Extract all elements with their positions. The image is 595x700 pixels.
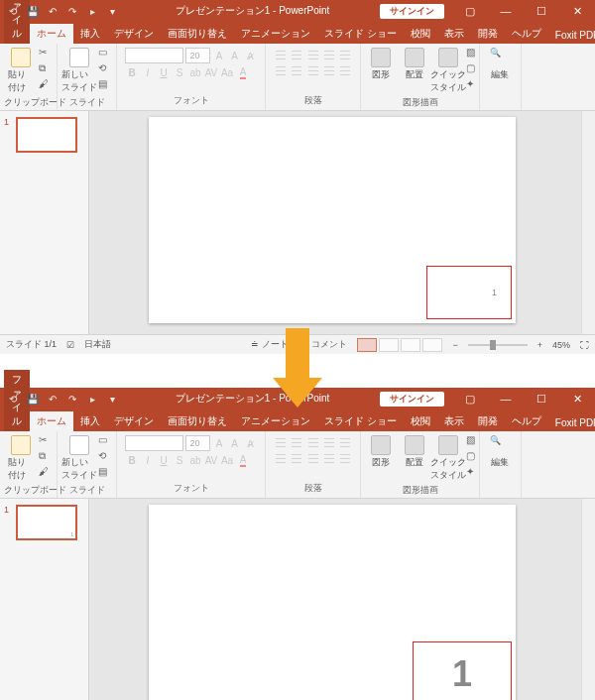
underline-button[interactable]: U — [157, 65, 171, 79]
linespace-icon[interactable] — [338, 48, 352, 61]
tab-home[interactable]: ホーム — [30, 24, 73, 44]
shadow-button[interactable]: ab — [188, 453, 202, 467]
autosave-icon[interactable]: ⟲ — [6, 4, 20, 18]
layout-icon[interactable]: ▭ — [98, 434, 112, 448]
justify-icon[interactable] — [322, 451, 336, 465]
font-family-input[interactable] — [125, 48, 183, 63]
thumbnail-pane[interactable]: 1 — [0, 111, 89, 334]
grow-font-icon[interactable]: A — [212, 49, 226, 62]
cut-icon[interactable]: ✂ — [39, 47, 53, 60]
new-slide-button[interactable]: 新しい スライド — [61, 46, 96, 96]
format-painter-icon[interactable]: 🖌 — [39, 466, 53, 480]
tab-slideshow[interactable]: スライド ショー — [317, 24, 404, 44]
columns-icon[interactable] — [338, 63, 352, 77]
slide-canvas[interactable]: 1 — [89, 499, 581, 700]
tab-transitions[interactable]: 画面切り替え — [161, 411, 234, 431]
indent-inc-icon[interactable] — [322, 435, 336, 449]
page-number-placeholder[interactable]: 1 — [426, 266, 512, 319]
shrink-font-icon[interactable]: A — [228, 436, 242, 450]
shapes-button[interactable]: 図形 — [365, 46, 397, 83]
vertical-scrollbar[interactable] — [581, 111, 595, 334]
undo-icon[interactable]: ↶ — [46, 4, 60, 18]
tab-insert[interactable]: 挿入 — [73, 24, 107, 44]
align-right-icon[interactable] — [305, 451, 319, 465]
slide-canvas[interactable]: 1 — [89, 111, 581, 334]
shapes-button[interactable]: 図形 — [365, 433, 397, 471]
redo-icon[interactable]: ↷ — [65, 4, 79, 18]
zoom-level[interactable]: 45% — [552, 340, 570, 350]
tab-developer[interactable]: 開発 — [471, 24, 505, 44]
tab-home[interactable]: ホーム — [30, 411, 73, 431]
paste-button[interactable]: 貼り付け — [4, 46, 37, 96]
save-icon[interactable]: 💾 — [26, 392, 40, 406]
strike-button[interactable]: S — [173, 453, 186, 467]
linespace-icon[interactable] — [338, 435, 352, 449]
tab-animations[interactable]: アニメーション — [234, 411, 317, 431]
spacing-button[interactable]: AV — [204, 65, 218, 79]
tab-foxit[interactable]: Foxit PDF — [548, 27, 595, 44]
undo-icon[interactable]: ↶ — [46, 392, 60, 406]
new-slide-button[interactable]: 新しい スライド — [61, 433, 96, 484]
slide[interactable]: 1 — [149, 505, 516, 700]
numbering-icon[interactable] — [290, 48, 303, 61]
font-size-input[interactable]: 20 — [185, 435, 211, 451]
arrange-button[interactable]: 配置 — [399, 46, 430, 83]
tab-design[interactable]: デザイン — [107, 24, 161, 44]
language-status[interactable]: 日本語 — [84, 338, 111, 351]
indent-dec-icon[interactable] — [305, 435, 319, 449]
font-color-button[interactable]: A — [236, 453, 250, 467]
font-size-input[interactable]: 20 — [185, 48, 211, 63]
tab-help[interactable]: ヘルプ — [505, 411, 548, 431]
spacing-button[interactable]: AV — [204, 453, 218, 467]
shape-fill-icon[interactable]: ▨ — [466, 434, 480, 448]
minimize-button[interactable]: — — [488, 388, 524, 409]
clear-format-icon[interactable]: A̷ — [243, 49, 257, 62]
align-center-icon[interactable] — [290, 63, 303, 77]
underline-button[interactable]: U — [157, 453, 171, 467]
copy-icon[interactable]: ⧉ — [39, 62, 53, 76]
zoom-slider[interactable] — [468, 344, 528, 346]
cut-icon[interactable]: ✂ — [39, 434, 53, 448]
arrange-button[interactable]: 配置 — [399, 433, 430, 471]
signin-button[interactable]: サインイン — [380, 392, 444, 407]
tab-review[interactable]: 校閲 — [404, 24, 437, 44]
shape-effects-icon[interactable]: ✦ — [466, 466, 480, 480]
editing-button[interactable]: 🔍編集 — [484, 433, 516, 471]
save-icon[interactable]: 💾 — [26, 4, 40, 18]
maximize-button[interactable]: ☐ — [524, 388, 559, 409]
shape-fill-icon[interactable]: ▨ — [466, 47, 480, 60]
bold-button[interactable]: B — [125, 453, 139, 467]
reading-view-button[interactable] — [401, 338, 420, 352]
tab-view[interactable]: 表示 — [437, 411, 471, 431]
autosave-icon[interactable]: ⟲ — [6, 392, 20, 406]
shape-effects-icon[interactable]: ✦ — [466, 78, 480, 92]
layout-icon[interactable]: ▭ — [98, 47, 112, 60]
start-show-icon[interactable]: ▸ — [85, 4, 99, 18]
slide-thumbnail[interactable]: 1 — [4, 117, 84, 153]
quickstyles-button[interactable]: クイック スタイル — [432, 46, 464, 96]
zoom-out-button[interactable]: − — [452, 340, 457, 350]
shrink-font-icon[interactable]: A — [228, 49, 242, 62]
section-icon[interactable]: ▤ — [98, 466, 112, 480]
minimize-button[interactable]: — — [488, 0, 524, 22]
tab-view[interactable]: 表示 — [437, 24, 471, 44]
copy-icon[interactable]: ⧉ — [39, 450, 53, 464]
maximize-button[interactable]: ☐ — [524, 0, 559, 22]
normal-view-button[interactable] — [357, 338, 377, 352]
spellcheck-icon[interactable]: ☑ — [66, 340, 74, 350]
align-right-icon[interactable] — [305, 63, 319, 77]
slide[interactable]: 1 — [149, 117, 516, 323]
font-family-input[interactable] — [125, 435, 183, 451]
tab-design[interactable]: デザイン — [107, 411, 161, 431]
tab-developer[interactable]: 開発 — [471, 411, 505, 431]
tab-review[interactable]: 校閲 — [404, 411, 437, 431]
bullets-icon[interactable] — [274, 48, 288, 61]
align-left-icon[interactable] — [274, 451, 288, 465]
shape-outline-icon[interactable]: ▢ — [466, 62, 480, 76]
signin-button[interactable]: サインイン — [380, 4, 444, 19]
slideshow-view-button[interactable] — [422, 338, 442, 352]
start-show-icon[interactable]: ▸ — [85, 392, 99, 406]
italic-button[interactable]: I — [141, 453, 155, 467]
bullets-icon[interactable] — [274, 435, 288, 449]
qat-dropdown-icon[interactable]: ▾ — [105, 4, 119, 18]
